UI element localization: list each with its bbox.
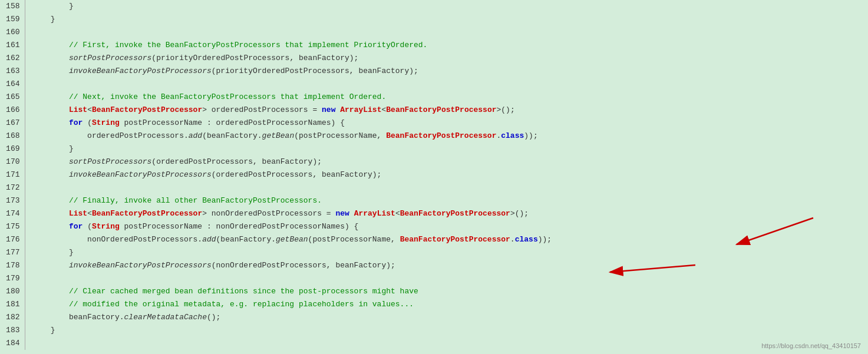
- line-number: 175: [0, 220, 25, 233]
- table-row: 168 orderedPostProcessors.add(beanFactor…: [0, 130, 868, 143]
- watermark: https://blog.csdn.net/qq_43410157: [761, 342, 861, 349]
- table-row: 166 List<BeanFactoryPostProcessor> order…: [0, 104, 868, 117]
- line-content: // Next, invoke the BeanFactoryPostProce…: [25, 91, 868, 104]
- line-number: 163: [0, 65, 25, 78]
- table-row: 165 // Next, invoke the BeanFactoryPostP…: [0, 91, 868, 104]
- line-content: }: [25, 13, 868, 26]
- line-number: 165: [0, 91, 25, 104]
- table-row: 162 sortPostProcessors(priorityOrderedPo…: [0, 52, 868, 65]
- line-number: 160: [0, 26, 25, 39]
- line-number: 170: [0, 156, 25, 168]
- line-content: beanFactory.clearMetadataCache();: [25, 311, 868, 324]
- table-row: 176 nonOrderedPostProcessors.add(beanFac…: [0, 233, 868, 246]
- line-number: 161: [0, 39, 25, 52]
- table-row: 175 for (String postProcessorName : nonO…: [0, 220, 868, 233]
- line-content: invokeBeanFactoryPostProcessors(nonOrder…: [25, 259, 868, 272]
- table-row: 163 invokeBeanFactoryPostProcessors(prio…: [0, 65, 868, 78]
- line-number: 162: [0, 52, 25, 65]
- code-container: 158 }159 }160 161 // First, invoke the B…: [0, 0, 868, 354]
- line-number: 182: [0, 311, 25, 324]
- table-row: 167 for (String postProcessorName : orde…: [0, 117, 868, 130]
- line-number: 172: [0, 181, 25, 194]
- table-row: 169 }: [0, 143, 868, 156]
- line-number: 173: [0, 194, 25, 207]
- line-content: }: [25, 143, 868, 156]
- table-row: 170 sortPostProcessors(orderedPostProces…: [0, 156, 868, 168]
- line-number: 169: [0, 143, 25, 156]
- line-number: 177: [0, 246, 25, 259]
- table-row: 158 }: [0, 0, 868, 13]
- line-content: for (String postProcessorName : nonOrder…: [25, 220, 868, 233]
- line-content: // Clear cached merged bean definitions …: [25, 285, 868, 298]
- line-content: orderedPostProcessors.add(beanFactory.ge…: [25, 130, 868, 143]
- line-content: // Finally, invoke all other BeanFactory…: [25, 194, 868, 207]
- code-table: 158 }159 }160 161 // First, invoke the B…: [0, 0, 868, 350]
- line-content: [25, 26, 868, 39]
- line-number: 178: [0, 259, 25, 272]
- table-row: 161 // First, invoke the BeanFactoryPost…: [0, 39, 868, 52]
- table-row: 174 List<BeanFactoryPostProcessor> nonOr…: [0, 207, 868, 220]
- line-content: nonOrderedPostProcessors.add(beanFactory…: [25, 233, 868, 246]
- line-content: }: [25, 246, 868, 259]
- line-content: invokeBeanFactoryPostProcessors(orderedP…: [25, 168, 868, 181]
- table-row: 172: [0, 181, 868, 194]
- line-number: 164: [0, 78, 25, 91]
- table-row: 160: [0, 26, 868, 39]
- line-content: List<BeanFactoryPostProcessor> nonOrdere…: [25, 207, 868, 220]
- line-number: 184: [0, 337, 25, 350]
- table-row: 184: [0, 337, 868, 350]
- table-row: 164: [0, 78, 868, 91]
- line-number: 158: [0, 0, 25, 13]
- line-content: [25, 78, 868, 91]
- line-content: }: [25, 324, 868, 337]
- line-content: // First, invoke the BeanFactoryPostProc…: [25, 39, 868, 52]
- line-content: invokeBeanFactoryPostProcessors(priority…: [25, 65, 868, 78]
- line-content: // modified the original metadata, e.g. …: [25, 298, 868, 311]
- line-number: 159: [0, 13, 25, 26]
- line-content: sortPostProcessors(priorityOrderedPostPr…: [25, 52, 868, 65]
- table-row: 181 // modified the original metadata, e…: [0, 298, 868, 311]
- table-row: 177 }: [0, 246, 868, 259]
- line-number: 174: [0, 207, 25, 220]
- line-content: List<BeanFactoryPostProcessor> orderedPo…: [25, 104, 868, 117]
- line-number: 181: [0, 298, 25, 311]
- line-content: [25, 337, 868, 350]
- table-row: 178 invokeBeanFactoryPostProcessors(nonO…: [0, 259, 868, 272]
- line-number: 183: [0, 324, 25, 337]
- table-row: 171 invokeBeanFactoryPostProcessors(orde…: [0, 168, 868, 181]
- table-row: 183 }: [0, 324, 868, 337]
- line-number: 167: [0, 117, 25, 130]
- line-content: for (String postProcessorName : orderedP…: [25, 117, 868, 130]
- line-number: 171: [0, 168, 25, 181]
- line-content: [25, 181, 868, 194]
- table-row: 173 // Finally, invoke all other BeanFac…: [0, 194, 868, 207]
- table-row: 159 }: [0, 13, 868, 26]
- line-number: 179: [0, 272, 25, 285]
- line-content: sortPostProcessors(orderedPostProcessors…: [25, 156, 868, 168]
- line-number: 166: [0, 104, 25, 117]
- line-content: [25, 272, 868, 285]
- line-number: 176: [0, 233, 25, 246]
- line-number: 180: [0, 285, 25, 298]
- table-row: 182 beanFactory.clearMetadataCache();: [0, 311, 868, 324]
- line-number: 168: [0, 130, 25, 143]
- table-row: 180 // Clear cached merged bean definiti…: [0, 285, 868, 298]
- line-content: }: [25, 0, 868, 13]
- table-row: 179: [0, 272, 868, 285]
